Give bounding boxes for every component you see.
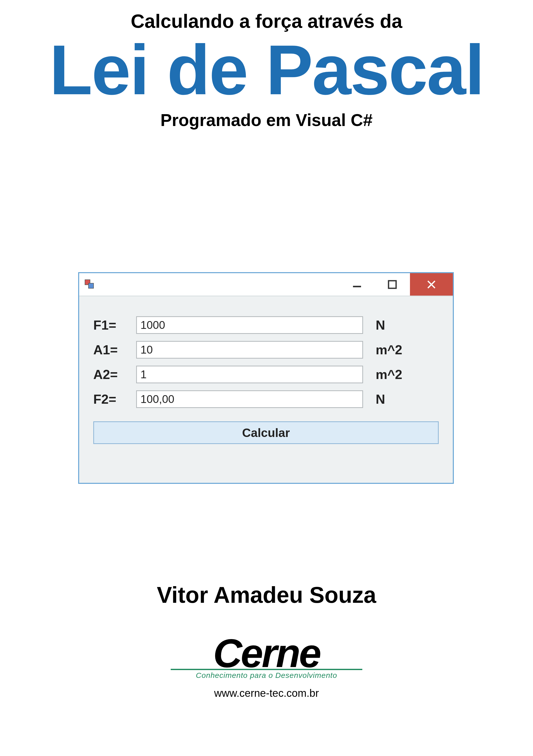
svg-rect-1 [388, 281, 396, 288]
label-a1: A1= [93, 342, 136, 357]
logo-word: Cerne [213, 635, 320, 671]
input-f2[interactable]: 100,00 [136, 391, 363, 408]
header: Calculando a força através da Lei de Pas… [0, 0, 533, 130]
author-name: Vitor Amadeu Souza [0, 582, 533, 608]
unit-a2: m^2 [363, 367, 404, 382]
calculate-button[interactable]: Calcular [93, 421, 439, 444]
unit-f2: N [363, 392, 404, 407]
label-a2: A2= [93, 367, 136, 382]
subtitle-text: Programado em Visual C# [0, 110, 533, 130]
row-a1: A1= 10 m^2 [93, 340, 439, 359]
input-a2[interactable]: 1 [136, 365, 363, 383]
logo-underline [171, 669, 362, 670]
unit-a1: m^2 [363, 342, 404, 357]
app-icon [85, 280, 95, 289]
input-f1[interactable]: 1000 [136, 316, 363, 334]
minimize-button[interactable] [339, 273, 375, 296]
label-f1: F1= [93, 317, 136, 333]
unit-f1: N [363, 317, 404, 333]
logo-url: www.cerne-tec.com.br [0, 687, 533, 699]
title-text: Lei de Pascal [0, 35, 533, 105]
maximize-button[interactable] [375, 273, 410, 296]
app-window: F1= 1000 N A1= 10 m^2 A2= 1 m^2 F2= 100,… [78, 272, 454, 484]
titlebar [79, 273, 453, 296]
form-area: F1= 1000 N A1= 10 m^2 A2= 1 m^2 F2= 100,… [79, 296, 453, 454]
row-f1: F1= 1000 N [93, 315, 439, 335]
window-controls [339, 273, 453, 296]
row-f2: F2= 100,00 N [93, 390, 439, 409]
logo-block: Cerne Conhecimento para o Desenvolviment… [0, 635, 533, 699]
overline-text: Calculando a força através da [0, 10, 533, 32]
close-button[interactable] [410, 273, 453, 296]
row-a2: A2= 1 m^2 [93, 365, 439, 384]
input-a1[interactable]: 10 [136, 341, 363, 359]
label-f2: F2= [93, 392, 136, 407]
